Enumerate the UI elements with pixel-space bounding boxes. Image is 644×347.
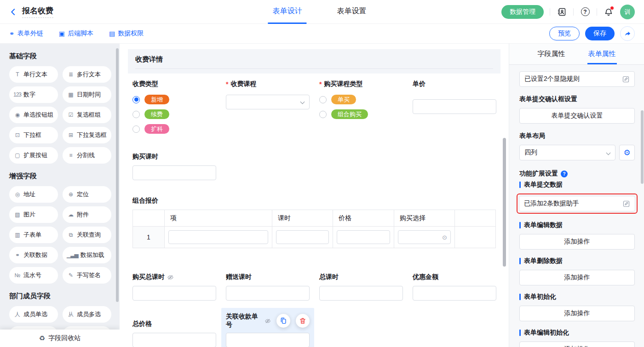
sidebar-item-location[interactable]: ⊕定位 <box>63 186 111 203</box>
combo-item-input[interactable] <box>168 230 268 244</box>
sidebar-item-divider[interactable]: ≡分割线 <box>63 147 111 164</box>
fee-type-label: 收费类型 <box>132 80 216 88</box>
header-cell-item: 项 <box>164 210 272 226</box>
discount-input[interactable] <box>413 286 496 301</box>
buy-type-option-single[interactable]: 单买 <box>319 95 403 104</box>
save-button[interactable]: 保存 <box>585 27 615 40</box>
hours-cell <box>272 226 333 248</box>
layout-settings-button[interactable]: ⚙ <box>619 145 635 160</box>
unit-price-input[interactable] <box>413 99 496 114</box>
buy-hours-input[interactable] <box>132 165 216 180</box>
section-title-basic-fields: 基础字段 <box>9 52 111 61</box>
data-manage-button[interactable]: 数据管理 <box>501 5 544 19</box>
sidebar-item-member-multi[interactable]: 从成员多选 <box>63 306 111 323</box>
notification-bell-icon[interactable] <box>603 6 614 17</box>
radio-new[interactable] <box>132 96 140 103</box>
visibility-rules-box[interactable]: 已设置2个显隐规则 <box>519 71 635 87</box>
sidebar-item-attachment[interactable]: ☁附件 <box>63 206 111 223</box>
sidebar-item-datetime[interactable]: ▦日期时间 <box>63 86 111 103</box>
canvas-scrollbar[interactable] <box>503 138 506 267</box>
buy-type-option-combo[interactable]: 组合购买 <box>319 109 403 119</box>
radio-expand[interactable] <box>132 125 140 133</box>
combo-buy-choice-input[interactable] <box>398 230 451 244</box>
divider <box>573 8 574 16</box>
init-add-button[interactable]: 添加操作 <box>519 306 635 321</box>
field-related-receipt-selected[interactable]: 关联收款单号 <box>221 308 314 347</box>
item-cell <box>164 226 272 248</box>
data-assistant-box[interactable]: 已添加2条数据助手 <box>519 196 635 211</box>
submit-confirm-title: 表单提交确认框设置 <box>519 95 635 103</box>
header-cell-empty <box>454 210 495 226</box>
fee-course-select[interactable] <box>226 95 310 109</box>
total-buy-hours-label: 购买总课时 <box>132 273 216 281</box>
form-designer-app: 报名收费 表单设计 表单设置 数据管理 ? 训 ⚭ 表单外链 <box>0 0 644 347</box>
related-receipt-label: 关联收款单号 <box>226 313 262 329</box>
header-cell-price: 价格 <box>333 210 394 226</box>
fee-type-option-renew[interactable]: 续费 <box>132 109 216 119</box>
sidebar-item-image[interactable]: ▧图片 <box>9 206 58 223</box>
gift-hours-input[interactable] <box>226 286 310 301</box>
edit-data-add-button[interactable]: 添加操作 <box>519 234 635 250</box>
data-permission-action[interactable]: ▤ 数据权限 <box>109 29 144 38</box>
sidebar-item-serial-number[interactable]: №流水号 <box>9 267 58 284</box>
field-recycle-bin[interactable]: ♻ 字段回收站 <box>0 330 120 347</box>
sidebar-item-data-load[interactable]: ▁▃▅数据加载 <box>63 247 111 263</box>
preview-button[interactable]: 预览 <box>549 27 580 40</box>
tab-form-settings[interactable]: 表单设置 <box>332 0 371 24</box>
sidebar-item-subform[interactable]: ▥子表单 <box>9 227 58 243</box>
help-icon[interactable]: ? <box>580 6 591 17</box>
gift-hours-label: 赠送课时 <box>226 273 310 281</box>
sidebar-item-single-line-text[interactable]: T单行文本 <box>9 66 58 83</box>
panel-scrollbar[interactable] <box>641 110 644 184</box>
radio-renew[interactable] <box>132 111 140 118</box>
sidebar-item-multi-line-text[interactable]: ≣多行文本 <box>63 66 111 83</box>
sidebar-item-related-data[interactable]: ⚭关联数据 <box>9 247 58 263</box>
submit-confirm-button[interactable]: 表单提交确认设置 <box>519 108 635 124</box>
sidebar-item-signature[interactable]: ✎手写签名 <box>63 267 111 284</box>
fee-type-option-new[interactable]: 新增 <box>132 95 216 104</box>
field-total-hours: 总课时 <box>319 273 403 301</box>
sidebar-item-radio-group[interactable]: ◉单选按钮组 <box>9 107 58 123</box>
related-receipt-input[interactable] <box>226 333 310 347</box>
sidebar-item-address[interactable]: ◎地址 <box>9 186 58 203</box>
delete-field-button[interactable] <box>296 314 310 328</box>
sidebar-item-extend-button[interactable]: ▢扩展按钮 <box>9 147 58 164</box>
edit-icon <box>622 200 630 208</box>
tab-form-design[interactable]: 表单设计 <box>268 0 306 24</box>
total-buy-hours-input[interactable] <box>132 286 216 301</box>
sidebar-item-related-query[interactable]: ⧉关联查询 <box>63 227 111 243</box>
sidebar-item-member-single[interactable]: 人成员单选 <box>9 306 58 323</box>
total-price-input[interactable] <box>132 333 216 347</box>
tag-new: 新增 <box>144 95 169 104</box>
copy-field-button[interactable] <box>276 314 290 328</box>
fee-type-option-expand[interactable]: 扩科 <box>132 124 216 134</box>
combo-hours-input[interactable] <box>276 230 329 244</box>
sidebar-item-checkbox-group[interactable]: ☑复选框组 <box>63 107 111 123</box>
sidebar-scrollbar[interactable] <box>116 48 119 302</box>
delete-data-add-button[interactable]: 添加操作 <box>519 270 635 285</box>
field-total-buy-hours: 购买总课时 <box>132 273 216 301</box>
tab-field-properties[interactable]: 字段属性 <box>537 44 566 64</box>
back-button[interactable] <box>9 8 17 16</box>
total-hours-input[interactable] <box>319 286 403 301</box>
sidebar-item-number[interactable]: 123数字 <box>9 86 58 103</box>
body: 基础字段 T单行文本 ≣多行文本 123数字 ▦日期时间 ◉单选按钮组 ☑复选框… <box>0 44 644 347</box>
field-fee-course: *收费课程 <box>226 80 310 139</box>
edit-init-add-button[interactable]: 添加操作 <box>519 341 635 347</box>
tab-form-properties[interactable]: 表单属性 <box>587 44 617 64</box>
sidebar-item-select[interactable]: ⊡下拉框 <box>9 127 58 143</box>
external-link-action[interactable]: ⚭ 表单外链 <box>9 29 43 38</box>
visibility-rules-text: 已设置2个显隐规则 <box>524 75 580 83</box>
share-button[interactable] <box>620 26 635 41</box>
combo-quote-table: 项 课时 价格 购买选择 1 ⊙ <box>132 210 496 248</box>
layout-select[interactable]: 四列 <box>519 145 615 160</box>
combo-price-input[interactable] <box>337 230 390 244</box>
backend-script-action[interactable]: ▣ 后端脚本 <box>59 29 93 38</box>
sidebar-item-multi-select[interactable]: ⊞下拉复选框 <box>63 127 111 143</box>
radio-combo-buy[interactable] <box>319 111 327 118</box>
address-book-icon[interactable] <box>556 6 567 17</box>
avatar[interactable]: 训 <box>620 5 635 19</box>
help-question-icon[interactable]: ? <box>561 171 568 177</box>
radio-single-buy[interactable] <box>319 96 327 103</box>
address-pin-icon: ◎ <box>13 191 21 198</box>
